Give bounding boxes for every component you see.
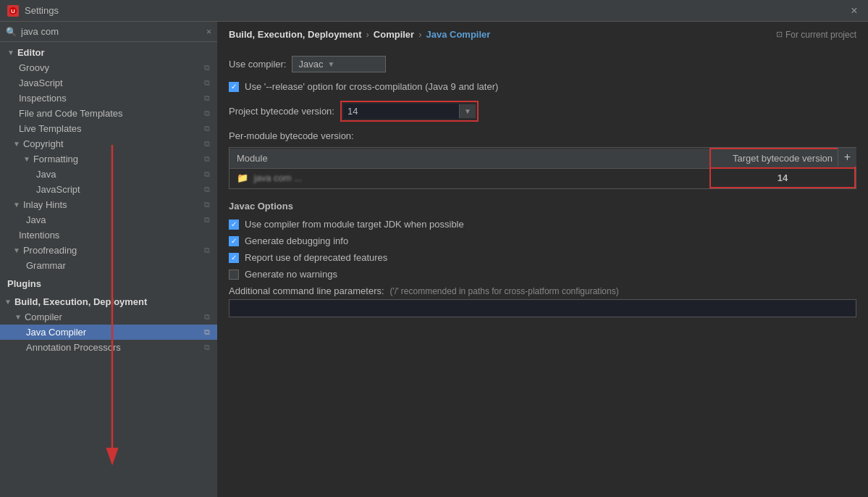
sidebar-item-live-templates[interactable]: Live Templates ⧉ <box>0 121 217 136</box>
release-option-label: Use '--release' option for cross-compila… <box>245 81 498 92</box>
javac-option-row-3: Generate no warnings <box>229 269 856 280</box>
sidebar-item-label-java-copyright: Java <box>36 169 56 180</box>
target-bytecode-col-header: Target bytecode version <box>710 149 855 168</box>
javac-option-label-0: Use compiler from module target JDK when… <box>245 219 464 230</box>
checkbox-checkmark: ✓ <box>231 83 237 91</box>
sidebar-item-groovy[interactable]: Groovy ⧉ <box>0 60 217 75</box>
expand-arrow-build-exec: ▼ <box>4 298 12 306</box>
title-bar: U Settings × <box>0 0 868 22</box>
search-clear-button[interactable]: × <box>206 27 211 37</box>
sidebar-item-java-copyright[interactable]: Java ⧉ <box>0 167 217 182</box>
target-bytecode-cell: 14 <box>710 168 855 188</box>
module-table-header-row: Module Target bytecode version <box>229 149 855 168</box>
expand-arrow-editor: ▼ <box>7 49 14 57</box>
javac-option-checkbox-3[interactable] <box>229 270 239 280</box>
main-layout: 🔍 × ▼ Editor Groovy ⧉ JavaScript ⧉ Inspe… <box>0 22 868 497</box>
sidebar-item-label-groovy: Groovy <box>19 62 49 73</box>
bytecode-dropdown-btn[interactable]: ▼ <box>459 104 476 118</box>
sidebar-item-intentions[interactable]: Intentions <box>0 227 217 243</box>
javac-options-title: Javac Options <box>229 201 856 212</box>
copy-icon-annotation: ⧉ <box>204 343 210 352</box>
sidebar-item-label-formatting: Formatting <box>33 154 78 164</box>
sidebar-item-annotation-processors[interactable]: Annotation Processors ⧉ <box>0 340 217 355</box>
sidebar-item-inlay-hints[interactable]: ▼ Inlay Hints ⧉ <box>0 197 217 212</box>
project-icon: ⊡ <box>776 30 783 39</box>
sidebar-item-label-file-code-templates: File and Code Templates <box>19 108 123 119</box>
window-title: Settings <box>25 5 59 16</box>
javac-option-row-1: ✓ Generate debugging info <box>229 235 856 246</box>
expand-arrow-proofreading: ▼ <box>13 246 20 254</box>
sidebar-item-label-copyright: Copyright <box>23 138 64 149</box>
sidebar-item-java-compiler[interactable]: Java Compiler ⧉ <box>0 325 217 340</box>
cmdline-input[interactable] <box>229 299 856 317</box>
sidebar-item-label-compiler: Compiler <box>25 312 62 322</box>
sidebar-item-javascript-copyright[interactable]: JavaScript ⧉ <box>0 182 217 197</box>
expand-arrow-formatting: ▼ <box>23 155 30 163</box>
module-table: Module Target bytecode version 📁 java co… <box>229 148 856 188</box>
breadcrumb: Build, Execution, Deployment › Compiler … <box>217 22 868 47</box>
search-box: 🔍 × <box>0 22 217 42</box>
sidebar-item-file-code-templates[interactable]: File and Code Templates ⧉ <box>0 106 217 121</box>
svg-text:U: U <box>11 8 15 14</box>
sidebar-tree: ▼ Editor Groovy ⧉ JavaScript ⧉ Inspectio… <box>0 42 217 497</box>
sidebar-item-label-java-compiler: Java Compiler <box>26 327 86 338</box>
module-name-cell: 📁 java com ... <box>229 168 710 188</box>
add-module-btn[interactable]: + <box>838 148 856 167</box>
sidebar-item-inspections[interactable]: Inspections ⧉ <box>0 91 217 106</box>
sidebar-item-label-proofreading: Proofreading <box>23 245 77 256</box>
copy-icon-groovy: ⧉ <box>204 63 210 72</box>
cmdline-label-row: Additional command line parameters: ('/'… <box>229 285 856 296</box>
sidebar-item-label-inspections: Inspections <box>19 93 67 104</box>
sidebar-item-label-live-templates: Live Templates <box>19 123 81 134</box>
javac-option-checkbox-2[interactable]: ✓ <box>229 253 239 263</box>
copy-icon-copyright: ⧉ <box>204 139 210 149</box>
javac-option-label-1: Generate debugging info <box>245 235 348 246</box>
sidebar-item-copyright[interactable]: ▼ Copyright ⧉ <box>0 136 217 151</box>
expand-arrow-copyright: ▼ <box>13 140 20 148</box>
search-input[interactable] <box>21 26 202 37</box>
copy-icon-java-copyright: ⧉ <box>204 170 210 179</box>
sidebar-item-editor[interactable]: ▼ Editor <box>0 45 217 60</box>
copy-icon-inlay-hints: ⧉ <box>204 200 210 209</box>
javac-option-label-3: Generate no warnings <box>245 269 337 280</box>
close-button[interactable]: × <box>848 4 861 17</box>
sidebar-item-java-inlay[interactable]: Java ⧉ <box>0 212 217 227</box>
javac-option-checkbox-0[interactable]: ✓ <box>229 220 239 230</box>
compiler-select[interactable]: Javac ▼ <box>292 56 386 72</box>
expand-arrow-inlay-hints: ▼ <box>13 201 20 209</box>
cmdline-row: Additional command line parameters: ('/'… <box>229 285 856 317</box>
release-option-checkbox[interactable]: ✓ <box>229 82 239 92</box>
sidebar-item-plugins[interactable]: Plugins <box>0 276 217 291</box>
module-col-header: Module <box>229 149 710 168</box>
search-icon: 🔍 <box>6 27 17 37</box>
javac-option-row-2: ✓ Report use of deprecated features <box>229 252 856 263</box>
release-option-row: ✓ Use '--release' option for cross-compi… <box>229 81 856 92</box>
use-compiler-label: Use compiler: <box>229 59 286 70</box>
breadcrumb-sep-2: › <box>418 29 421 40</box>
module-name-value: java com ... <box>254 172 302 183</box>
sidebar-item-formatting[interactable]: ▼ Formatting ⧉ <box>0 151 217 167</box>
per-module-label: Per-module bytecode version: <box>229 130 856 141</box>
project-bytecode-label: Project bytecode version: <box>229 106 334 117</box>
sidebar-item-proofreading[interactable]: ▼ Proofreading ⧉ <box>0 243 217 258</box>
sidebar-item-label-annotation-processors: Annotation Processors <box>26 342 121 353</box>
sidebar-item-build-exec[interactable]: ▼ Build, Execution, Deployment <box>0 294 217 309</box>
for-project-label: ⊡ For current project <box>776 30 856 40</box>
compiler-value: Javac <box>298 59 323 70</box>
sidebar-item-compiler[interactable]: ▼ Compiler ⧉ <box>0 309 217 325</box>
breadcrumb-part-3: Java Compiler <box>426 29 491 40</box>
bytecode-input[interactable] <box>343 104 459 119</box>
sidebar-item-grammar[interactable]: Grammar <box>0 258 217 273</box>
sidebar-item-label-intentions: Intentions <box>19 230 59 241</box>
app-icon: U <box>7 5 19 17</box>
javac-option-label-2: Report use of deprecated features <box>245 252 387 263</box>
javac-option-checkbox-1[interactable]: ✓ <box>229 236 239 246</box>
sidebar-item-javascript-editor[interactable]: JavaScript ⧉ <box>0 75 217 91</box>
sidebar-item-label-javascript-copyright: JavaScript <box>36 184 80 195</box>
breadcrumb-sep-1: › <box>366 29 368 40</box>
sidebar-item-label-editor: Editor <box>17 47 45 58</box>
copy-icon-java-inlay: ⧉ <box>204 215 210 225</box>
sidebar-item-label-inlay-hints: Inlay Hints <box>23 199 67 210</box>
cmdline-hint: ('/' recommended in paths for cross-plat… <box>390 286 619 296</box>
project-bytecode-row: Project bytecode version: ▼ <box>229 101 856 122</box>
